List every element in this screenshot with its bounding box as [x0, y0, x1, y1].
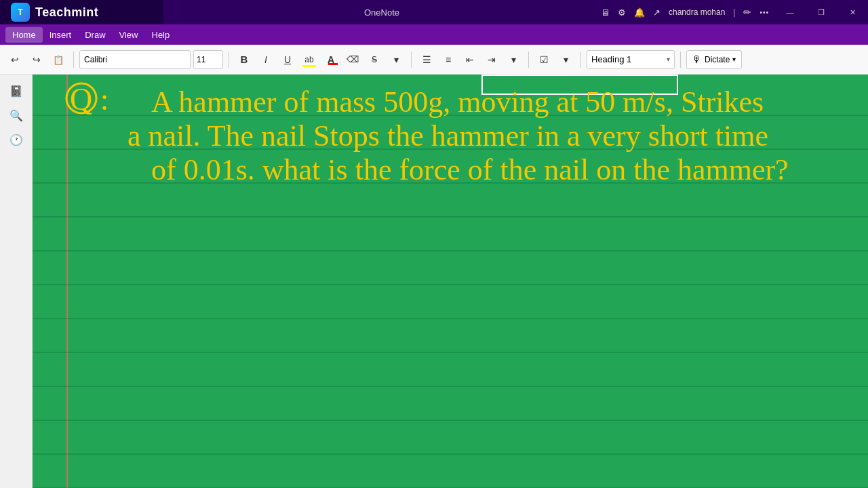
- strikethrough-button[interactable]: S̶: [365, 50, 384, 69]
- toolbar-separator-6: [680, 52, 681, 68]
- dictate-label: Dictate: [705, 55, 730, 64]
- eraser-button[interactable]: ⌫: [343, 50, 362, 69]
- toolbar-separator-2: [229, 52, 229, 68]
- close-button[interactable]: [837, 0, 868, 24]
- dictate-chevron: [732, 56, 736, 63]
- svg-text:a nail. The nail Stops the ham: a nail. The nail Stops the hammer in a v…: [127, 119, 768, 152]
- strikethrough-chevron[interactable]: [387, 50, 406, 69]
- menu-help[interactable]: Help: [145, 27, 177, 43]
- outdent-button[interactable]: ⇤: [460, 50, 479, 69]
- list-chevron[interactable]: [504, 50, 523, 69]
- bullet-list-button[interactable]: ☰: [417, 50, 436, 69]
- heading-dropdown[interactable]: Heading 1: [587, 50, 675, 69]
- menu-bar: Home Insert Draw View Help: [0, 24, 868, 45]
- teachmint-logo-icon: T: [11, 3, 30, 22]
- toolbar: B I U ab A ⌫ S̶ ☰ ≡ ⇤ ⇥ ☑ Heading 1 🎙 Di…: [0, 45, 868, 75]
- svg-text:of 0.01s. what is the force of: of 0.01s. what is the force of the nail …: [151, 153, 789, 186]
- title-bar: T Teachmint OneNote ↗ chandra mohan |: [0, 0, 868, 24]
- app-name: Teachmint: [35, 5, 98, 20]
- heading-label: Heading 1: [591, 54, 664, 64]
- left-sidebar: 📓 🔍 🕐: [0, 75, 33, 488]
- mic-icon: 🎙: [692, 54, 702, 65]
- sidebar-notebook-icon[interactable]: 📓: [5, 80, 27, 102]
- highlight-button[interactable]: ab: [300, 50, 319, 69]
- restore-button[interactable]: [806, 0, 837, 24]
- svg-text:A hammer of mass 500g, moving : A hammer of mass 500g, moving at 50 m/s,…: [151, 85, 764, 119]
- menu-home[interactable]: Home: [5, 27, 43, 43]
- toolbar-separator-4: [528, 52, 529, 68]
- title-controls: [774, 0, 868, 24]
- numbered-list-button[interactable]: ≡: [439, 50, 458, 69]
- indent-button[interactable]: ⇥: [482, 50, 501, 69]
- sidebar-search-icon[interactable]: 🔍: [5, 104, 27, 126]
- bell-icon: [634, 7, 645, 18]
- user-info: ↗ chandra mohan |: [601, 7, 774, 18]
- sidebar-history-icon[interactable]: 🕐: [5, 129, 27, 150]
- canvas-area[interactable]: .hw { fill: none; stroke: #f5c800; strok…: [33, 75, 868, 488]
- underline-button[interactable]: U: [278, 50, 297, 69]
- dictate-button[interactable]: 🎙 Dictate: [686, 50, 742, 69]
- more-icon: [760, 7, 769, 17]
- user-name: chandra mohan: [669, 7, 725, 17]
- settings-icon: [618, 7, 626, 18]
- font-name-input[interactable]: [79, 50, 191, 69]
- undo-button[interactable]: [5, 50, 24, 69]
- handwriting-svg: .hw { fill: none; stroke: #f5c800; strok…: [33, 75, 868, 488]
- menu-insert[interactable]: Insert: [43, 27, 79, 43]
- checkbox-chevron[interactable]: [556, 50, 575, 69]
- monitor-icon: [601, 7, 610, 18]
- toolbar-separator-5: [580, 52, 581, 68]
- title-separator: |: [733, 7, 735, 17]
- italic-button[interactable]: I: [256, 50, 275, 69]
- logo-area: T Teachmint: [0, 0, 163, 24]
- checkbox-button[interactable]: ☑: [534, 50, 553, 69]
- clipboard-button[interactable]: [49, 50, 68, 69]
- font-size-input[interactable]: [193, 50, 223, 69]
- menu-draw[interactable]: Draw: [78, 27, 112, 43]
- font-color-button[interactable]: A: [321, 50, 340, 69]
- toolbar-separator-1: [73, 52, 74, 68]
- redo-button[interactable]: [27, 50, 46, 69]
- menu-view[interactable]: View: [113, 27, 145, 43]
- bold-button[interactable]: B: [235, 50, 254, 69]
- share-icon: ↗: [653, 7, 660, 18]
- window-title: OneNote: [163, 7, 601, 18]
- pen-icon: [743, 7, 751, 18]
- minimize-button[interactable]: [774, 0, 806, 24]
- heading-dropdown-arrow: [667, 56, 670, 63]
- toolbar-separator-3: [411, 52, 412, 68]
